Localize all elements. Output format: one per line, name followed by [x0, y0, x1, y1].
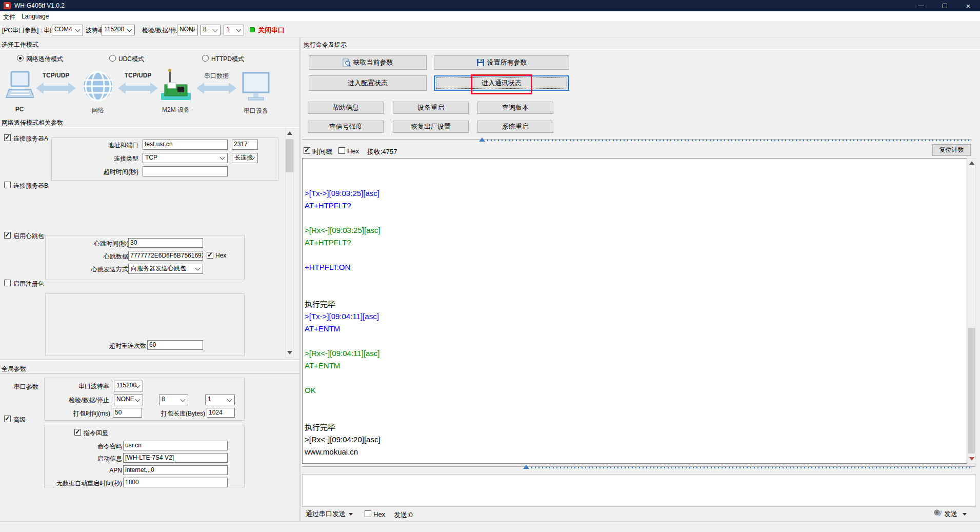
factory-reset-button[interactable]: 恢复出厂设置: [393, 121, 469, 133]
stopbits-select[interactable]: 1: [224, 25, 244, 35]
query-version-button[interactable]: 查询版本: [477, 102, 553, 114]
serial-baud-select[interactable]: 115200: [114, 381, 143, 391]
log-line: 执行完毕: [305, 298, 967, 310]
send-splitter-arrow[interactable]: [523, 465, 529, 469]
left-splitter[interactable]: [0, 360, 300, 361]
serial-params-label: 串口参数: [14, 383, 38, 391]
system-reboot-button[interactable]: 系统重启: [477, 121, 553, 133]
hb-mode-select[interactable]: 向服务器发送心跳包: [128, 264, 203, 274]
log-line: OK: [305, 384, 967, 397]
serial-stopbits-select[interactable]: 1: [205, 395, 235, 405]
server-a-address-input[interactable]: test.usr.cn: [143, 140, 228, 150]
scroll-up-arrow[interactable]: [287, 131, 292, 135]
scrollbar-thumb[interactable]: [286, 139, 293, 172]
minimize-button[interactable]: [909, 0, 933, 11]
log-line: AT+HTPFLT?: [305, 200, 967, 212]
log-scrollbar[interactable]: [967, 158, 976, 464]
factory-reset-label: 恢复出厂设置: [411, 122, 451, 131]
params-scrollbar[interactable]: [285, 128, 294, 358]
radio-transparent-label: 网络透传模式: [26, 55, 63, 64]
log-line: AT+ENTM: [305, 323, 967, 335]
diagram-link2-label: TCP/UDP: [118, 72, 158, 79]
server-a-label: 连接服务器A: [13, 134, 48, 143]
panel-splitter[interactable]: [299, 37, 301, 521]
timeout-input[interactable]: [143, 166, 228, 176]
command-section-title: 执行命令及提示: [304, 41, 347, 49]
boot-info-input[interactable]: [WH-LTE-7S4 V2]: [123, 453, 228, 463]
mode-section-title: 选择工作模式: [2, 41, 38, 49]
send-splitter-dots: [531, 467, 971, 468]
scroll-down-arrow[interactable]: [287, 351, 292, 354]
menu-file[interactable]: 文件: [3, 13, 15, 22]
menu-language[interactable]: Language: [22, 13, 49, 20]
conn-type-select[interactable]: TCP: [143, 153, 228, 163]
idle-restart-input[interactable]: 1800: [123, 478, 228, 487]
echo-checkbox[interactable]: [74, 429, 81, 436]
apn-input[interactable]: internet,,,0: [123, 465, 228, 475]
radio-udc-mode[interactable]: [109, 55, 116, 62]
parity-data-stop-label: 检验/数据/停止: [142, 26, 183, 35]
log-scroll-up-arrow[interactable]: [969, 161, 974, 165]
server-a-checkbox[interactable]: [4, 134, 11, 141]
send-input-area[interactable]: [302, 474, 975, 507]
register-checkbox[interactable]: [4, 280, 11, 286]
heartbeat-checkbox[interactable]: [4, 232, 11, 239]
cmd-password-input[interactable]: usr.cn: [123, 441, 228, 450]
close-port-button[interactable]: 关闭串口: [258, 26, 285, 35]
system-reboot-label: 系统重启: [502, 122, 529, 131]
advanced-checkbox[interactable]: [4, 416, 11, 422]
timestamp-checkbox[interactable]: [304, 147, 310, 154]
hb-hex-checkbox[interactable]: [207, 252, 213, 259]
maximize-button[interactable]: [933, 0, 956, 11]
splitter-dots: [487, 140, 971, 141]
sent-count-label: 发送:0: [394, 510, 413, 520]
pack-len-input[interactable]: 1024: [207, 408, 235, 418]
server-a-port-input[interactable]: 2317: [232, 140, 258, 150]
send-dropdown-arrow-icon: [963, 513, 967, 516]
serial-parity-select[interactable]: NONE: [114, 395, 143, 405]
close-button[interactable]: ×: [956, 0, 980, 11]
radio-transparent-mode[interactable]: [17, 55, 24, 62]
parity-select[interactable]: NONI: [177, 25, 198, 35]
log-hex-checkbox[interactable]: [338, 147, 345, 154]
log-lines: >[Tx->][09:03:25][asc]AT+HTPFLT? >[Rx<-]…: [303, 159, 967, 458]
send-via-serial-button[interactable]: 通过串口发送: [306, 509, 353, 519]
diagram-serial-device-label: 串口设备: [237, 107, 275, 115]
set-params-button[interactable]: 设置所有参数: [434, 55, 569, 70]
hb-time-input[interactable]: 30: [128, 238, 203, 248]
baud-select[interactable]: 115200: [102, 25, 135, 35]
hb-data-input[interactable]: 7777772E6D6F6B7561692E6: [128, 251, 203, 261]
timeout-label: 超时时间(秒): [87, 168, 138, 176]
m2m-device-icon: [160, 68, 192, 104]
enter-config-button[interactable]: 进入配置状态: [309, 75, 427, 91]
serial-databits-select[interactable]: 8: [159, 395, 188, 405]
log-scroll-down-arrow[interactable]: [969, 457, 974, 461]
keepalive-select[interactable]: 长连接: [232, 153, 258, 163]
log-scrollbar-thumb[interactable]: [968, 328, 975, 454]
help-info-button[interactable]: 帮助信息: [308, 102, 384, 114]
splitter-collapse-arrow[interactable]: [479, 137, 485, 142]
net-params-line: [0, 127, 299, 128]
device-reboot-button[interactable]: 设备重启: [393, 102, 469, 114]
menu-bar: 文件 Language: [0, 11, 980, 22]
reconnect-input[interactable]: 60: [147, 340, 203, 350]
idle-restart-label: 无数据自动重启时间(秒): [50, 479, 122, 488]
reset-count-button[interactable]: 复位计数: [932, 144, 971, 156]
send-button[interactable]: 发送: [944, 509, 967, 519]
serial-baud-label: 串口波特率: [58, 382, 109, 391]
boot-info-label: 启动信息: [71, 455, 122, 463]
query-version-label: 查询版本: [502, 103, 529, 112]
databits-select[interactable]: 8: [201, 25, 221, 35]
server-b-checkbox[interactable]: [4, 182, 11, 188]
signal-strength-button[interactable]: 查信号强度: [308, 121, 384, 133]
status-bar: [0, 521, 980, 532]
com-port-select[interactable]: COM4: [52, 25, 83, 35]
log-output-area[interactable]: >[Tx->][09:03:25][asc]AT+HTPFLT? >[Rx<-]…: [302, 158, 967, 464]
radio-httpd-mode[interactable]: [202, 55, 209, 62]
pack-time-input[interactable]: 50: [113, 408, 142, 418]
hb-mode-label: 心跳发送方式: [77, 265, 128, 274]
red-highlight-annotation: [471, 74, 532, 94]
send-hex-checkbox[interactable]: [365, 510, 371, 517]
get-params-button[interactable]: 获取当前参数: [309, 55, 427, 70]
cmd-password-label: 命令密码: [71, 442, 122, 451]
